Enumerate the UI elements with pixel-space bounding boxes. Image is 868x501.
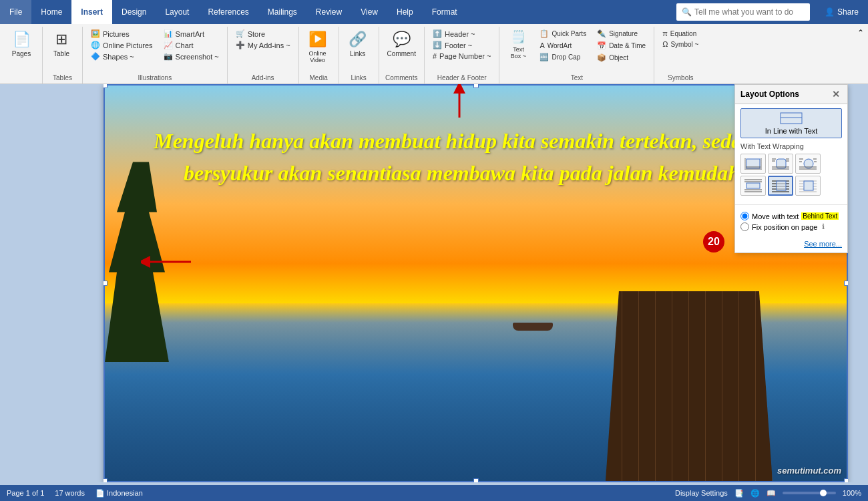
links-button[interactable]: 🔗 Links: [343, 28, 373, 60]
view-read-icon[interactable]: 📖: [767, 489, 776, 498]
store-button[interactable]: 🛒 Store: [232, 28, 294, 39]
top-bottom-wrap-button[interactable]: [740, 176, 766, 196]
dropcap-icon: 🔤: [539, 53, 549, 61]
inline-with-text-button[interactable]: In Line with Text: [740, 108, 842, 138]
square-wrap-button[interactable]: [740, 154, 766, 174]
behind-text-icon: [771, 178, 790, 193]
handle-bottom-center[interactable]: [473, 478, 479, 482]
tab-home[interactable]: Home: [31, 0, 71, 24]
signature-button[interactable]: ✒️ Signature: [593, 28, 650, 39]
pages-button[interactable]: 📄 Pages: [7, 28, 36, 60]
footer-icon: ⬇️: [433, 41, 442, 49]
textbox-icon: 🗒️: [511, 29, 525, 44]
online-video-button[interactable]: ▶️ OnlineVideo: [303, 28, 333, 66]
ribbon-group-comments: 💬 Comment Comments: [379, 27, 425, 84]
move-with-text-label: Move with text: [752, 212, 799, 220]
through-wrap-button[interactable]: [795, 154, 821, 174]
tab-view[interactable]: View: [351, 0, 387, 24]
tab-design[interactable]: Design: [112, 0, 156, 24]
page-number-button[interactable]: # Page Number ~: [429, 51, 495, 61]
tab-mailings[interactable]: Mailings: [258, 0, 306, 24]
equation-icon: π: [662, 29, 668, 37]
datetime-icon: 📅: [597, 41, 606, 50]
textbox-button[interactable]: 🗒️ TextBox ~: [503, 28, 533, 61]
tab-references[interactable]: References: [198, 0, 258, 24]
tight-wrap-icon: [771, 156, 790, 171]
watermark: semutimut.com: [777, 466, 841, 476]
handle-middle-left[interactable]: [103, 281, 107, 286]
see-more-section: See more...: [735, 237, 847, 253]
handle-bottom-right[interactable]: [844, 478, 848, 482]
pictures-icon: 🖼️: [91, 29, 100, 38]
ribbon-media-label: Media: [303, 73, 335, 84]
header-button[interactable]: ⬆️ Header ~: [429, 28, 495, 39]
fix-position-row: Fix position on page ℹ: [740, 222, 842, 231]
drop-cap-button[interactable]: 🔤 Drop Cap: [535, 51, 590, 63]
page-number-icon: #: [433, 52, 437, 60]
tab-help[interactable]: Help: [387, 0, 423, 24]
ribbon-hf-items: ⬆️ Header ~ ⬇️ Footer ~ # Page Number ~: [429, 28, 495, 73]
datetime-button[interactable]: 📅 Date & Time: [593, 40, 650, 51]
layout-options-panel: Layout Options ✕ In Line with Text With …: [734, 84, 848, 253]
table-icon: ⊞: [55, 31, 67, 48]
smartart-button[interactable]: 📊 SmartArt: [160, 28, 223, 39]
tab-insert[interactable]: Insert: [71, 0, 112, 24]
tab-layout[interactable]: Layout: [156, 0, 198, 24]
ribbon-pages-items: 📄 Pages: [7, 28, 38, 80]
fix-position-label: Fix position on page: [752, 223, 817, 231]
in-front-text-button[interactable]: [795, 176, 821, 196]
move-with-text-row: Move with text Behind Text: [740, 212, 842, 220]
search-input[interactable]: [694, 7, 801, 17]
see-more-link[interactable]: See more...: [804, 240, 842, 248]
view-print-icon[interactable]: 📑: [734, 489, 744, 498]
zoom-thumb[interactable]: [820, 490, 827, 496]
handle-top-center[interactable]: [473, 84, 479, 88]
pictures-button[interactable]: 🖼️ Pictures: [87, 28, 157, 39]
comment-icon: 💬: [393, 31, 411, 48]
wordart-button[interactable]: A WordArt: [535, 40, 590, 51]
smartart-icon: 📊: [164, 29, 173, 38]
chevron-up-icon: ⌃: [857, 28, 864, 37]
search-box[interactable]: 🔍: [676, 3, 810, 21]
footer-button[interactable]: ⬇️ Footer ~: [429, 39, 495, 51]
ribbon-collapse-button[interactable]: ⌃: [856, 27, 865, 39]
tab-format[interactable]: Format: [423, 0, 467, 24]
quick-parts-button[interactable]: 📋 Quick Parts: [535, 28, 590, 39]
dock: [606, 291, 773, 481]
share-button[interactable]: 👤 Share: [815, 0, 868, 24]
chart-button[interactable]: 📈 Chart: [160, 39, 223, 51]
object-button[interactable]: 📦 Object: [593, 52, 650, 63]
ribbon-group-text: 🗒️ TextBox ~ 📋 Quick Parts A WordArt 🔤 D…: [499, 27, 654, 84]
ribbon-pages-label: [7, 80, 38, 84]
screenshot-button[interactable]: 📷 Screenshot ~: [160, 51, 223, 62]
shapes-button[interactable]: 🔷 Shapes ~: [87, 51, 157, 62]
ribbon-group-media: ▶️ OnlineVideo Media: [299, 27, 339, 84]
document-area: Mengeluh hanya akan membuat hidup kita s…: [0, 84, 868, 482]
online-pictures-button[interactable]: 🌐 Online Pictures: [87, 39, 157, 51]
quickparts-icon: 📋: [539, 29, 549, 38]
fix-position-radio[interactable]: [740, 222, 749, 231]
tab-file[interactable]: File: [0, 0, 31, 24]
handle-middle-right[interactable]: [844, 281, 848, 286]
tight-wrap-button[interactable]: [768, 154, 793, 174]
zoom-slider[interactable]: [783, 492, 836, 494]
handle-bottom-left[interactable]: [103, 478, 107, 482]
table-button[interactable]: ⊞ Table: [47, 28, 76, 60]
behind-text-badge: Behind Text: [801, 212, 839, 220]
comment-button[interactable]: 💬 Comment: [383, 28, 420, 60]
behind-text-button[interactable]: [768, 176, 793, 196]
move-with-text-radio[interactable]: [740, 212, 749, 220]
layout-close-button[interactable]: ✕: [830, 88, 842, 100]
tab-review[interactable]: Review: [306, 0, 351, 24]
in-front-icon: [799, 178, 817, 193]
equation-button[interactable]: π Equation: [658, 28, 702, 39]
view-web-icon[interactable]: 🌐: [750, 489, 760, 498]
fix-position-info-icon: ℹ: [822, 222, 825, 231]
handle-top-left[interactable]: [103, 84, 107, 88]
hf-col: ⬆️ Header ~ ⬇️ Footer ~ # Page Number ~: [429, 28, 495, 61]
symbol-button[interactable]: Ω Symbol ~: [658, 39, 702, 49]
display-settings[interactable]: Display Settings: [675, 489, 728, 497]
my-addins-button[interactable]: ➕ My Add-ins ~: [232, 39, 294, 51]
shapes-icon: 🔷: [91, 52, 100, 61]
boat: [513, 323, 553, 331]
